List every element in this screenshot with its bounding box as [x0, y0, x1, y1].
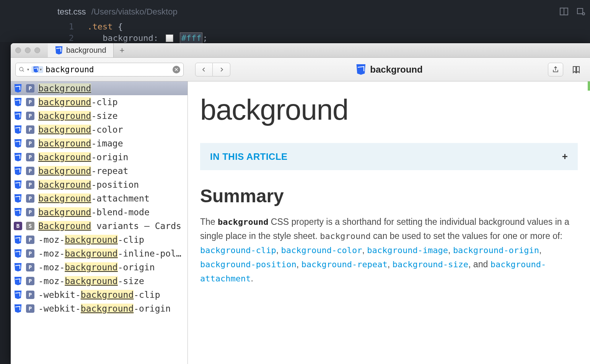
- search-result-row[interactable]: Pbackground-clip: [11, 95, 187, 109]
- search-result-row[interactable]: Pbackground-color: [11, 123, 187, 136]
- search-result-row[interactable]: P-moz-background-size: [11, 274, 187, 288]
- search-result-row[interactable]: Pbackground-origin: [11, 150, 187, 164]
- css-icon: [14, 139, 22, 148]
- svg-point-4: [20, 67, 23, 71]
- result-text: Background variants — Cards: [38, 221, 181, 231]
- search-result-row[interactable]: BSBackground variants — Cards: [11, 219, 187, 233]
- css-icon: [14, 125, 22, 134]
- p-badge-icon: P: [26, 180, 34, 189]
- search-input[interactable]: [46, 65, 170, 74]
- back-button[interactable]: [195, 63, 213, 76]
- css-icon: [33, 67, 39, 73]
- css-icon: [14, 208, 22, 216]
- window-tab-title: background: [66, 46, 106, 55]
- page-title-area: background: [234, 64, 544, 75]
- p-badge-icon: P: [26, 249, 34, 258]
- titlebar[interactable]: background +: [11, 43, 590, 58]
- search-result-row[interactable]: Pbackground-size: [11, 109, 187, 123]
- scroll-indicator: [588, 81, 590, 91]
- p-badge-icon: P: [26, 167, 34, 175]
- close-window-icon[interactable]: [15, 47, 21, 53]
- result-text: -webkit-background-clip: [38, 290, 160, 300]
- p-badge-icon: P: [26, 153, 34, 161]
- css-icon: [355, 64, 366, 75]
- line-number: 1: [63, 21, 74, 32]
- css-icon: [14, 112, 22, 120]
- forward-button[interactable]: [213, 63, 230, 76]
- doc-link[interactable]: background-size: [392, 260, 468, 269]
- result-text: background-image: [38, 138, 123, 148]
- doc-link[interactable]: background-image: [367, 245, 448, 255]
- p-badge-icon: P: [26, 194, 34, 203]
- expand-icon[interactable]: +: [562, 151, 568, 162]
- doc-link[interactable]: background-repeat: [301, 260, 387, 269]
- doc-link[interactable]: background-color: [281, 245, 362, 255]
- search-result-row[interactable]: Pbackground-blend-mode: [11, 205, 187, 219]
- search-result-row[interactable]: Pbackground: [11, 81, 187, 95]
- p-badge-icon: P: [26, 84, 34, 93]
- p-badge-icon: P: [26, 112, 34, 120]
- bookmarks-button[interactable]: [569, 63, 584, 76]
- css-icon: [14, 180, 22, 189]
- result-text: -moz-background-size: [38, 276, 144, 286]
- split-editor-icon[interactable]: [559, 7, 569, 16]
- b-badge-icon: B: [14, 222, 22, 230]
- search-result-row[interactable]: Pbackground-image: [11, 136, 187, 150]
- maximize-window-icon[interactable]: [34, 47, 40, 53]
- chevron-down-icon[interactable]: ▾: [27, 67, 29, 72]
- in-this-article[interactable]: IN THIS ARTICLE +: [200, 143, 578, 170]
- search-result-row[interactable]: Pbackground-position: [11, 178, 187, 192]
- css-icon: [14, 249, 22, 258]
- css-icon: [55, 46, 63, 55]
- preview-icon[interactable]: [576, 7, 585, 16]
- doc-link[interactable]: background-origin: [453, 245, 539, 255]
- in-this-article-label: IN THIS ARTICLE: [210, 151, 288, 162]
- doc-link[interactable]: background-position: [200, 260, 297, 269]
- summary-paragraph: The background CSS property is a shortha…: [200, 215, 578, 286]
- search-result-row[interactable]: P-webkit-background-origin: [11, 302, 187, 315]
- p-badge-icon: P: [26, 125, 34, 134]
- css-value-selected[interactable]: #fff: [180, 32, 202, 44]
- editor-code[interactable]: 1 .test { 2 background: #fff;: [63, 21, 208, 44]
- search-result-row[interactable]: P-moz-background-clip: [11, 233, 187, 247]
- editor-filename: test.css: [57, 7, 86, 16]
- results-sidebar[interactable]: PbackgroundPbackground-clipPbackground-s…: [11, 81, 188, 364]
- editor-filepath: /Users/viatsko/Desktop: [91, 7, 178, 16]
- clear-search-icon[interactable]: ✕: [173, 66, 180, 73]
- css-property: background:: [103, 33, 158, 43]
- css-icon: [14, 263, 22, 271]
- page-title: background: [370, 64, 422, 75]
- chevron-down-icon: ▾: [40, 67, 42, 72]
- p-badge-icon: P: [26, 98, 34, 106]
- p-badge-icon: P: [26, 304, 34, 313]
- doc-link[interactable]: background-clip: [200, 245, 276, 255]
- summary-heading: Summary: [200, 185, 578, 206]
- result-text: background: [38, 83, 91, 93]
- minimize-window-icon[interactable]: [25, 47, 31, 53]
- search-result-row[interactable]: P-moz-background-inline-pol…: [11, 247, 187, 260]
- article-pane[interactable]: background IN THIS ARTICLE + Summary The…: [188, 81, 590, 364]
- article-title: background: [200, 93, 578, 126]
- search-result-row[interactable]: Pbackground-attachment: [11, 192, 187, 205]
- share-button[interactable]: [548, 63, 563, 76]
- p-badge-icon: P: [26, 263, 34, 271]
- result-text: background-position: [38, 180, 139, 190]
- search-result-row[interactable]: P-moz-background-origin: [11, 260, 187, 274]
- editor-area: test.css /Users/viatsko/Desktop 1 .test …: [0, 0, 590, 42]
- css-icon: [14, 291, 22, 299]
- editor-tab[interactable]: test.css /Users/viatsko/Desktop: [57, 7, 178, 17]
- filter-css-pill[interactable]: ▾: [31, 66, 43, 73]
- result-text: -moz-background-clip: [38, 235, 144, 245]
- p-badge-icon: P: [26, 236, 34, 244]
- search-result-row[interactable]: P-webkit-background-clip: [11, 288, 187, 302]
- window-tab[interactable]: background: [48, 43, 114, 57]
- css-icon: [14, 84, 22, 93]
- color-swatch[interactable]: [166, 34, 173, 42]
- search-result-row[interactable]: Pbackground-repeat: [11, 164, 187, 178]
- result-text: background-attachment: [38, 193, 150, 203]
- new-tab-button[interactable]: +: [114, 46, 131, 55]
- css-icon: [14, 236, 22, 244]
- nav-buttons: [195, 63, 230, 76]
- search-box[interactable]: ▾ ▾ ✕: [15, 63, 184, 76]
- s-badge-icon: S: [26, 222, 34, 230]
